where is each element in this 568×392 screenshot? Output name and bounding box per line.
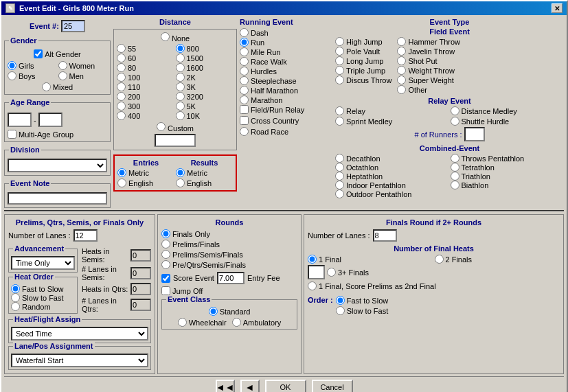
entry-fee-input[interactable] bbox=[217, 272, 245, 284]
age-min-input[interactable] bbox=[8, 113, 32, 127]
pole-vault-radio[interactable] bbox=[335, 47, 344, 56]
other-radio[interactable] bbox=[397, 85, 406, 94]
field-run-relay-checkbox[interactable] bbox=[240, 105, 249, 114]
three-plus-finals-radio[interactable] bbox=[327, 268, 336, 277]
alt-gender-checkbox[interactable] bbox=[34, 49, 43, 58]
distance-100-radio[interactable] bbox=[117, 73, 126, 82]
random-radio[interactable] bbox=[11, 302, 20, 311]
finals-only-radio[interactable] bbox=[161, 229, 170, 238]
entries-metric-radio[interactable] bbox=[117, 168, 126, 177]
num-runners-input[interactable] bbox=[464, 127, 485, 141]
three-plus-input[interactable] bbox=[308, 265, 325, 279]
distance-60-radio[interactable] bbox=[117, 54, 126, 62]
cancel-button[interactable]: Cancel bbox=[312, 380, 353, 392]
dash-radio[interactable] bbox=[240, 28, 249, 37]
heat-assign-select[interactable]: Seed Time Random bbox=[11, 327, 148, 341]
prelims-finals-radio[interactable] bbox=[161, 240, 170, 249]
multi-age-checkbox[interactable] bbox=[8, 130, 16, 139]
entries-english-radio[interactable] bbox=[117, 178, 126, 187]
lanes-in-qtrs-input[interactable] bbox=[130, 299, 151, 311]
pre-qtrs-semis-finals-radio[interactable] bbox=[161, 260, 170, 269]
run-radio[interactable] bbox=[240, 38, 249, 47]
race-walk-radio[interactable] bbox=[240, 57, 249, 66]
age-max-input[interactable] bbox=[38, 113, 63, 127]
ok-button[interactable]: OK bbox=[265, 380, 306, 392]
distance-200-radio[interactable] bbox=[117, 92, 126, 101]
discus-throw-radio[interactable] bbox=[335, 76, 344, 84]
distance-5k-radio[interactable] bbox=[176, 102, 185, 111]
octathlon-radio[interactable] bbox=[335, 163, 344, 172]
score-event-checkbox[interactable] bbox=[161, 274, 170, 283]
final-slow-to-fast-radio[interactable] bbox=[336, 306, 345, 315]
boys-radio[interactable] bbox=[8, 71, 16, 80]
women-radio[interactable] bbox=[58, 61, 67, 70]
one-final-radio[interactable] bbox=[308, 255, 317, 264]
finals-num-lanes-input[interactable] bbox=[373, 229, 397, 242]
super-weight-radio[interactable] bbox=[397, 76, 406, 84]
distance-1600-radio[interactable] bbox=[176, 63, 185, 72]
distance-300-radio[interactable] bbox=[117, 102, 126, 111]
results-english-radio[interactable] bbox=[176, 178, 185, 187]
advancement-select[interactable]: Time Only Places Places + Time bbox=[11, 256, 75, 270]
event-number-input[interactable] bbox=[61, 20, 85, 32]
two-finals-radio[interactable] bbox=[435, 255, 444, 264]
prelims-num-lanes-input[interactable] bbox=[73, 229, 98, 242]
mixed-radio[interactable] bbox=[42, 82, 51, 91]
one-final-score-prelims-radio[interactable] bbox=[308, 281, 317, 290]
distance-none-radio[interactable] bbox=[161, 32, 170, 41]
heptathlon-radio[interactable] bbox=[335, 172, 344, 181]
girls-radio[interactable] bbox=[8, 61, 16, 70]
hurdles-radio[interactable] bbox=[240, 67, 249, 76]
fast-to-slow-radio[interactable] bbox=[11, 284, 20, 293]
sprint-medley-radio[interactable] bbox=[335, 117, 344, 126]
mile-run-radio[interactable] bbox=[240, 47, 249, 56]
tetrathlon-radio[interactable] bbox=[451, 163, 459, 172]
outdoor-pentathlon-radio[interactable] bbox=[335, 189, 344, 198]
first-button[interactable]: ◄◄ bbox=[216, 380, 235, 392]
lanes-in-semis-input[interactable] bbox=[130, 267, 151, 279]
jump-off-checkbox[interactable] bbox=[161, 286, 170, 295]
standard-radio[interactable] bbox=[209, 307, 218, 316]
biathlon-radio[interactable] bbox=[451, 181, 459, 189]
distance-2k-radio[interactable] bbox=[176, 73, 185, 82]
distance-800-radio[interactable] bbox=[176, 44, 185, 53]
weight-throw-radio[interactable] bbox=[397, 66, 406, 75]
shot-put-radio[interactable] bbox=[397, 56, 406, 65]
prev-button[interactable]: ◄ bbox=[240, 380, 260, 392]
high-jump-radio[interactable] bbox=[335, 37, 344, 46]
cross-country-checkbox[interactable] bbox=[240, 116, 249, 125]
distance-55-radio[interactable] bbox=[117, 44, 126, 53]
triathlon-radio[interactable] bbox=[451, 172, 459, 181]
steeplechase-radio[interactable] bbox=[240, 76, 249, 85]
half-marathon-radio[interactable] bbox=[240, 86, 249, 95]
lane-pos-select[interactable]: Waterfall Start Standard bbox=[11, 354, 148, 367]
close-button[interactable]: ✕ bbox=[552, 3, 563, 13]
final-fast-to-slow-radio[interactable] bbox=[336, 296, 345, 305]
men-radio[interactable] bbox=[58, 71, 67, 80]
wheelchair-radio[interactable] bbox=[178, 318, 187, 327]
slow-to-fast-radio[interactable] bbox=[11, 293, 20, 302]
distance-medley-radio[interactable] bbox=[451, 106, 459, 115]
marathon-radio[interactable] bbox=[240, 95, 249, 104]
distance-3200-radio[interactable] bbox=[176, 92, 185, 101]
road-race-radio[interactable] bbox=[240, 127, 249, 136]
ambulatory-radio[interactable] bbox=[232, 318, 241, 327]
decathlon-radio[interactable] bbox=[335, 154, 344, 163]
results-metric-radio[interactable] bbox=[176, 168, 185, 177]
indoor-pentathlon-radio[interactable] bbox=[335, 181, 344, 189]
event-note-input[interactable] bbox=[8, 192, 107, 205]
javelin-throw-radio[interactable] bbox=[397, 47, 406, 56]
distance-custom-radio[interactable] bbox=[157, 122, 166, 131]
heats-in-qtrs-input[interactable] bbox=[130, 283, 151, 295]
distance-80-radio[interactable] bbox=[117, 63, 126, 72]
long-jump-radio[interactable] bbox=[335, 56, 344, 65]
distance-1500-radio[interactable] bbox=[176, 54, 185, 62]
throws-pentathlon-radio[interactable] bbox=[451, 154, 459, 163]
relay-radio[interactable] bbox=[335, 106, 344, 115]
custom-distance-input[interactable] bbox=[155, 134, 196, 147]
distance-110-radio[interactable] bbox=[117, 82, 126, 91]
distance-3k-radio[interactable] bbox=[176, 82, 185, 91]
division-select[interactable] bbox=[8, 159, 107, 172]
distance-400-radio[interactable] bbox=[117, 111, 126, 120]
shuttle-hurdle-radio[interactable] bbox=[451, 117, 459, 126]
